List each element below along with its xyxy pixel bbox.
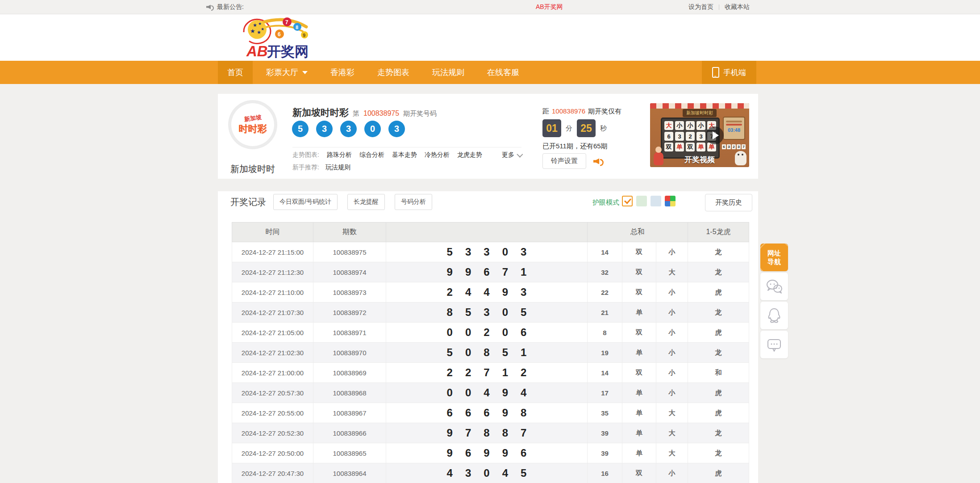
countdown-block: 距 100838976 期开奖仅有 01 分 25 秒 已开511期，还有65期… bbox=[542, 94, 650, 179]
result-digit: 5 bbox=[521, 306, 526, 319]
result-digit: 4 bbox=[484, 286, 489, 298]
result-digit: 7 bbox=[502, 266, 508, 278]
eye-mode-option-white-checked[interactable] bbox=[622, 196, 633, 206]
trend-link[interactable]: 冷热分析 bbox=[425, 151, 450, 159]
cell-size: 大 bbox=[656, 423, 688, 443]
mobile-label: 手机端 bbox=[723, 67, 746, 78]
result-digit: 1 bbox=[521, 346, 526, 359]
ring-settings-button[interactable]: 铃声设置 bbox=[542, 153, 586, 169]
result-digit: 9 bbox=[484, 447, 489, 459]
trend-links: 路珠分析综合分析基本走势冷热分析龙虎走势 bbox=[327, 151, 482, 159]
cell-sum: 35 bbox=[588, 403, 622, 423]
sound-on-icon[interactable] bbox=[593, 157, 604, 165]
video-overlay-label: 开奖视频 bbox=[650, 155, 749, 165]
eye-mode-option-light-green[interactable] bbox=[636, 196, 647, 206]
svg-text:★: ★ bbox=[250, 28, 255, 34]
trend-link[interactable]: 龙虎走势 bbox=[457, 151, 482, 159]
announcement-speaker-icon bbox=[206, 4, 214, 10]
record-row: 2024-12-27 21:07:301008389728530521单小龙 bbox=[232, 302, 749, 323]
nav-item-2[interactable]: 香港彩 bbox=[321, 61, 364, 84]
result-digit: 4 bbox=[521, 386, 526, 399]
draw-number-balls: 53303 bbox=[292, 121, 405, 137]
cell-size: 小 bbox=[656, 242, 688, 262]
draw-title: 新加坡时时彩 第 100838975 期开奖号码 bbox=[292, 106, 437, 119]
cell-issue: 100838973 bbox=[313, 282, 386, 302]
cell-dragon-tiger: 龙 bbox=[688, 443, 749, 463]
nav-item-5[interactable]: 在线客服 bbox=[478, 61, 529, 84]
video-tile: 2 bbox=[686, 132, 695, 141]
cell-size: 小 bbox=[656, 323, 688, 343]
site-name-link[interactable]: AB开奖网 bbox=[536, 0, 563, 14]
qq-contact-button[interactable] bbox=[760, 302, 788, 329]
history-button[interactable]: 开奖历史 bbox=[705, 194, 752, 211]
result-digit: 2 bbox=[447, 286, 453, 298]
site-navigation-widget[interactable]: 网址 导航 bbox=[760, 244, 788, 271]
trend-link[interactable]: 基本走势 bbox=[392, 151, 417, 159]
nav-item-3[interactable]: 走势图表 bbox=[368, 61, 419, 84]
records-toolbar-button-0[interactable]: 今日双面/号码统计 bbox=[273, 194, 338, 210]
video-mini-tile: 2 bbox=[732, 144, 736, 149]
cell-issue: 100838965 bbox=[313, 443, 386, 463]
result-digit: 7 bbox=[521, 427, 526, 439]
cell-numbers: 85305 bbox=[386, 302, 588, 323]
header-dragon-tiger: 1-5龙虎 bbox=[688, 223, 749, 242]
result-digit: 0 bbox=[447, 326, 453, 339]
records-toolbar-button-1[interactable]: 长龙提醒 bbox=[347, 194, 385, 210]
number-ball: 5 bbox=[292, 121, 309, 137]
result-digit: 3 bbox=[521, 286, 526, 298]
chat-contact-button[interactable] bbox=[760, 331, 788, 358]
result-digit: 8 bbox=[502, 427, 508, 439]
cell-dragon-tiger: 龙 bbox=[688, 343, 749, 363]
current-draw-panel: 新加坡 时时彩 新加坡时时 彩 新加坡时时彩 第 100838975 期开奖号码… bbox=[218, 94, 758, 179]
eye-mode-options bbox=[622, 196, 676, 206]
cell-size: 小 bbox=[656, 463, 688, 483]
eye-mode-label: 护眼模式 bbox=[592, 198, 619, 207]
cell-time: 2024-12-27 21:15:00 bbox=[232, 242, 313, 262]
result-digit: 2 bbox=[447, 366, 453, 379]
site-logo[interactable]: ★ ★ ★ ★ ★ 7 8 6 9 AB 开奖网 bbox=[236, 15, 314, 60]
mobile-version-button[interactable]: 手机端 bbox=[702, 61, 756, 84]
cell-dragon-tiger: 虎 bbox=[688, 403, 749, 423]
records-toolbar-button-2[interactable]: 号码分析 bbox=[395, 194, 432, 210]
more-dropdown[interactable]: 更多 bbox=[502, 151, 521, 159]
header-time: 时间 bbox=[232, 223, 313, 242]
nav-item-0[interactable]: 首页 bbox=[218, 61, 253, 84]
result-digit: 6 bbox=[484, 407, 489, 419]
svg-text:★: ★ bbox=[253, 22, 257, 28]
cell-parity: 双 bbox=[622, 363, 656, 383]
record-row: 2024-12-27 20:57:301008389680049417单小虎 bbox=[232, 383, 749, 403]
play-button[interactable] bbox=[706, 126, 724, 144]
video-tile: 小 bbox=[696, 121, 705, 130]
countdown-title: 距 100838976 期开奖仅有 bbox=[542, 107, 621, 116]
bookmark-link[interactable]: 收藏本站 bbox=[725, 3, 750, 11]
draw-video-thumbnail[interactable]: 新加坡时时彩 大小小小大 63237 双单双单单 03:48 63237 开奖视… bbox=[650, 103, 749, 167]
nav-item-4[interactable]: 玩法规则 bbox=[423, 61, 474, 84]
result-digit: 2 bbox=[465, 366, 471, 379]
nav-item-1[interactable]: 彩票大厅 bbox=[257, 61, 317, 84]
announcement-label: 最新公告: bbox=[217, 3, 244, 11]
result-digit: 4 bbox=[502, 467, 508, 479]
result-digit: 0 bbox=[465, 346, 471, 359]
result-digit: 0 bbox=[484, 467, 489, 479]
cell-time: 2024-12-27 21:00:00 bbox=[232, 363, 313, 383]
cell-parity: 单 bbox=[622, 423, 656, 443]
chat-bubble-icon bbox=[764, 335, 784, 354]
rules-link[interactable]: 玩法规则 bbox=[325, 164, 350, 172]
wechat-contact-button[interactable] bbox=[760, 273, 788, 300]
result-digit: 0 bbox=[465, 386, 471, 399]
trend-link[interactable]: 路珠分析 bbox=[327, 151, 352, 159]
result-digit: 9 bbox=[447, 427, 453, 439]
nav-item-label: 香港彩 bbox=[330, 61, 354, 84]
video-info-sign: 03:48 bbox=[723, 117, 745, 140]
site-header: ★ ★ ★ ★ ★ 7 8 6 9 AB 开奖网 bbox=[0, 14, 980, 61]
cell-size: 小 bbox=[656, 383, 688, 403]
eye-mode-option-light-blue[interactable] bbox=[651, 196, 661, 206]
set-home-link[interactable]: 设为首页 bbox=[688, 3, 713, 11]
eye-mode-option-multicolor[interactable] bbox=[665, 196, 676, 206]
result-digit: 2 bbox=[521, 366, 526, 379]
cell-parity: 单 bbox=[622, 443, 656, 463]
trend-link[interactable]: 综合分析 bbox=[359, 151, 384, 159]
svg-text:★: ★ bbox=[261, 27, 264, 31]
cell-dragon-tiger: 和 bbox=[688, 363, 749, 383]
cell-dragon-tiger: 虎 bbox=[688, 282, 749, 302]
